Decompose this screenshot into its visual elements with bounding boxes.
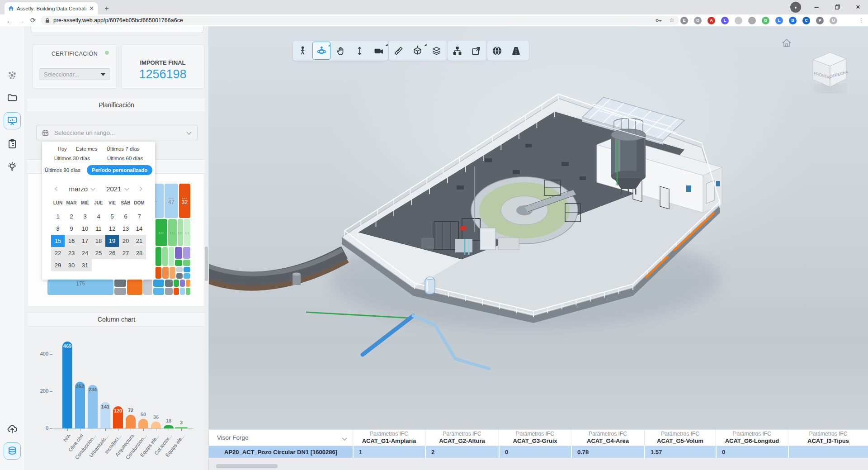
projects-folder-icon[interactable]	[7, 92, 18, 103]
calendar-day-cell[interactable]: 22	[51, 247, 65, 259]
new-tab-button[interactable]: +	[102, 4, 111, 13]
calendar-day-cell[interactable]: 13	[119, 223, 132, 235]
treemap-cell[interactable]	[183, 247, 190, 259]
c-extension-icon[interactable]: C	[802, 17, 810, 24]
column-chart[interactable]: 0200400469N/A252Obra civil234Conduccion.…	[28, 327, 204, 457]
chrome-menu-icon[interactable]: ⋮	[858, 17, 864, 24]
bookmark-star-icon[interactable]: ☆	[669, 17, 675, 24]
param-column-header[interactable]: Parámetros IFCACAT_G6-Longitud	[716, 430, 788, 446]
calendar-day-cell[interactable]: 12	[105, 223, 119, 235]
treemap-cell[interactable]	[186, 280, 190, 287]
param-column-header[interactable]: Parámetros IFCACAT_I3-Tipus	[788, 430, 868, 446]
bar-Arquitectura[interactable]	[126, 415, 136, 428]
reload-button[interactable]: ⟳	[27, 16, 39, 24]
calendar-day-cell[interactable]: 7	[132, 210, 146, 223]
calendar-day-cell[interactable]: 16	[65, 235, 78, 247]
tasks-clipboard-icon[interactable]	[7, 138, 18, 149]
param-column-header[interactable]: Parámetros IFCACAT_G3-Gruix	[499, 430, 571, 446]
clipped-select-top[interactable]	[31, 26, 203, 33]
calendar-day-cell[interactable]: 27	[119, 247, 132, 259]
calendar-year[interactable]: 2021	[106, 185, 121, 193]
cloud-upload-icon[interactable]	[7, 423, 18, 435]
treemap-cell[interactable]: ...	[156, 219, 167, 246]
calendar-day-cell[interactable]: 11	[92, 223, 105, 235]
param-value-cell[interactable]: 0	[499, 446, 571, 458]
treemap-cell[interactable]: ...47	[165, 184, 178, 218]
param-value-cell[interactable]: 1	[353, 446, 425, 458]
param-value-cell[interactable]: 1.57	[644, 446, 716, 458]
calendar-day-cell[interactable]: 20	[119, 235, 132, 247]
close-window-button[interactable]: ✕	[849, 1, 867, 13]
browser-tab[interactable]: Assetly: Building Data Centralized ✕	[5, 2, 98, 14]
certification-select[interactable]: Seleccionar...	[39, 68, 110, 80]
treemap-cell[interactable]	[169, 247, 174, 266]
orbit-tool[interactable]	[312, 42, 330, 60]
treemap-cell[interactable]	[156, 267, 161, 279]
assetly-logo-icon[interactable]	[6, 70, 18, 81]
profile-avatar[interactable]: U	[830, 17, 837, 24]
calendar-day-cell[interactable]: 3	[78, 210, 92, 223]
profile-chevron-button[interactable]: ▾	[790, 2, 801, 13]
sidebar-item-database-active[interactable]	[4, 442, 21, 460]
bar-N/A[interactable]	[62, 342, 72, 428]
quick-option[interactable]: Este mes	[76, 146, 98, 152]
levels-tool[interactable]	[427, 42, 445, 60]
treemap-cell[interactable]	[165, 280, 173, 287]
bar-Conduccion...[interactable]	[138, 419, 148, 428]
treemap-cell[interactable]	[114, 288, 126, 295]
treemap-cell[interactable]: ...	[178, 219, 183, 246]
extension-gray2-icon[interactable]	[748, 17, 756, 24]
back-button[interactable]: ←	[4, 17, 15, 24]
treemap-cell[interactable]: 175	[47, 280, 113, 295]
panel-scrollbar-thumb[interactable]	[205, 247, 208, 281]
puzzle-extensions-icon[interactable]: P	[816, 17, 824, 24]
treemap-cell[interactable]: ...	[168, 219, 177, 246]
section-analysis-tool[interactable]	[408, 42, 426, 60]
restore-button[interactable]	[828, 1, 846, 13]
element-name-cell[interactable]: AP20_ACT_Pozo Circular DN1 [1600286]	[209, 446, 353, 458]
calendar-day-cell[interactable]: 30	[65, 259, 78, 271]
date-range-select[interactable]: Seleccione un rango...	[36, 125, 198, 140]
treemap-cell[interactable]	[165, 288, 173, 295]
param-value-cell[interactable]	[788, 446, 868, 458]
quick-option[interactable]: Últimos 90 días	[45, 167, 80, 173]
password-key-icon[interactable]	[656, 18, 662, 23]
horizontal-scrollbar-thumb[interactable]	[216, 464, 278, 468]
tab-close-icon[interactable]: ✕	[89, 5, 94, 12]
zoom-vertical-tool[interactable]	[350, 42, 368, 60]
treemap-cell[interactable]	[186, 288, 190, 295]
pan-tool[interactable]	[331, 42, 349, 60]
view-cube[interactable]: FRONTAL DERECHA	[807, 47, 852, 95]
calendar-day-cell[interactable]: 25	[92, 247, 105, 259]
treemap-cell[interactable]	[183, 260, 190, 266]
walk-tool[interactable]	[293, 42, 311, 60]
b-extension-icon[interactable]: B	[789, 17, 797, 24]
calendar-day-cell[interactable]: 10	[78, 223, 92, 235]
calendar-day-cell[interactable]: 14	[132, 223, 146, 235]
loom-extension-icon[interactable]: L	[721, 17, 729, 24]
treemap-cell[interactable]	[156, 247, 161, 266]
calendar-day-cell[interactable]: 4	[92, 210, 105, 223]
extensions-row[interactable]: EOALGLBCPU	[680, 16, 837, 25]
forward-button[interactable]: →	[15, 17, 27, 24]
camera-tool[interactable]	[369, 42, 387, 60]
properties-tool[interactable]	[467, 42, 485, 60]
param-column-header[interactable]: Parámetros IFCACAT_G5-Volum	[644, 430, 716, 446]
calendar-day-cell[interactable]: 1	[51, 210, 65, 223]
extension-gray1-icon[interactable]	[735, 17, 742, 24]
calendar-day-cell[interactable]: 28	[132, 247, 146, 259]
custom-period-button[interactable]: Período personalizado	[87, 165, 152, 175]
ideas-bulb-icon[interactable]	[7, 161, 18, 172]
param-column-header[interactable]: Parámetros IFCACAT_G1-Amplaria	[353, 430, 425, 446]
url-bar[interactable]: pre-assetly.web.app/p/6076eb05bcf6650017…	[41, 16, 679, 25]
prev-month-icon[interactable]	[55, 187, 60, 191]
forge-3d-viewer[interactable]: FRONTAL DERECHA	[209, 26, 868, 429]
treemap-cell[interactable]	[174, 280, 179, 287]
calendar-day-cell[interactable]: 5	[105, 210, 119, 223]
calendar-day-cell[interactable]: 26	[105, 247, 119, 259]
quick-option[interactable]: Hoy	[57, 146, 66, 152]
quick-option[interactable]: Últimos 30 días	[54, 156, 90, 161]
treemap-cell[interactable]	[184, 267, 190, 272]
treemap-cell[interactable]: ...	[184, 219, 190, 246]
treemap-cell[interactable]	[114, 280, 126, 287]
